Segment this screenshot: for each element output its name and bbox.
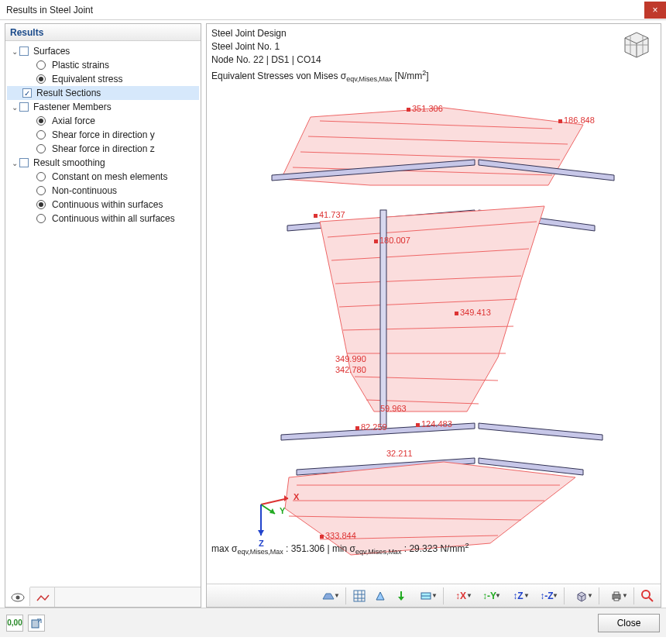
label: Constant on mesh elements <box>50 171 167 182</box>
iso-view-button[interactable]: ▼ <box>568 587 596 605</box>
label: Plastic strains <box>50 60 109 71</box>
svg-marker-41 <box>323 594 334 599</box>
svg-point-57 <box>642 591 650 598</box>
loads-button[interactable] <box>391 587 411 605</box>
view-area[interactable]: Steel Joint Design Steel Joint No. 1 Nod… <box>207 24 661 584</box>
svg-rect-59 <box>32 620 39 628</box>
svg-marker-40 <box>258 530 264 536</box>
tree-result-sections[interactable]: Result Sections <box>7 86 199 100</box>
diagram-icon <box>36 593 50 602</box>
label: Result smoothing <box>32 157 105 168</box>
supports-button[interactable] <box>370 587 390 605</box>
label: Shear force in direction y <box>50 129 155 140</box>
export-icon <box>31 618 42 629</box>
viewer-panel: Steel Joint Design Steel Joint No. 1 Nod… <box>206 23 661 608</box>
tree-equivalent-stress[interactable]: Equivalent stress <box>7 72 199 86</box>
radio[interactable] <box>36 200 46 209</box>
cube-icon <box>575 590 588 602</box>
tree-fastener-members[interactable]: ⌄ Fastener Members <box>7 100 199 114</box>
caret-icon[interactable]: ⌄ <box>10 103 19 112</box>
caret-icon[interactable]: ⌄ <box>10 47 19 56</box>
tab-diagram[interactable] <box>30 587 55 607</box>
radio[interactable] <box>36 74 46 84</box>
tree-shear-y[interactable]: Shear force in direction y <box>7 128 199 142</box>
value-label: 124.483 <box>416 419 452 429</box>
tree-constant-mesh[interactable]: Constant on mesh elements <box>7 170 199 184</box>
value-label: 82.259 <box>355 422 387 432</box>
results-display-button[interactable]: ▼ <box>412 587 440 605</box>
svg-line-35 <box>261 498 288 505</box>
radio[interactable] <box>36 214 46 223</box>
sidebar-header: Results <box>5 24 201 41</box>
tab-visibility[interactable] <box>5 587 30 606</box>
tree-result-smoothing[interactable]: ⌄ Result smoothing <box>7 156 199 170</box>
label: Fastener Members <box>32 102 112 112</box>
svg-line-58 <box>649 598 653 601</box>
grid-button[interactable] <box>349 587 369 605</box>
sidebar-tabs <box>5 587 201 607</box>
tree-non-continuous[interactable]: Non-continuous <box>7 184 199 198</box>
radio[interactable] <box>36 60 46 70</box>
support-icon <box>374 590 386 602</box>
svg-marker-36 <box>284 495 288 501</box>
axis-x-label: X <box>294 492 299 501</box>
svg-marker-47 <box>376 592 384 600</box>
view-neg-z-button[interactable]: ↕-Z▼ <box>533 587 561 605</box>
checkbox[interactable] <box>19 46 29 56</box>
close-icon[interactable]: × <box>644 2 666 19</box>
units-button[interactable]: 0,00 <box>6 615 23 632</box>
svg-marker-16 <box>320 206 544 412</box>
svg-rect-56 <box>614 598 619 601</box>
print-button[interactable]: ▼ <box>602 587 630 605</box>
label: Surfaces <box>32 46 70 57</box>
zoom-extents-button[interactable] <box>637 587 657 605</box>
view-z-button[interactable]: ↕Z▼ <box>504 587 532 605</box>
radio[interactable] <box>36 172 46 181</box>
caret-icon[interactable]: ⌄ <box>10 159 19 167</box>
window-title: Results in Steel Joint <box>6 5 644 15</box>
label: Non-continuous <box>50 185 117 196</box>
checkbox[interactable] <box>19 158 29 167</box>
checkbox[interactable] <box>19 102 29 112</box>
label: Equivalent stress <box>50 74 122 84</box>
tree-continuous-all[interactable]: Continuous within all surfaces <box>7 212 199 226</box>
svg-point-1 <box>15 595 19 599</box>
value-label: 342.780 <box>335 365 366 374</box>
load-icon <box>395 590 407 602</box>
eye-icon <box>11 593 25 602</box>
tree-axial-force[interactable]: Axial force <box>7 114 199 128</box>
svg-marker-27 <box>479 423 602 440</box>
view-neg-y-button[interactable]: ↕-Y▼ <box>475 587 503 605</box>
results-icon <box>420 591 432 601</box>
printer-icon <box>610 590 623 602</box>
checkbox[interactable] <box>22 88 32 98</box>
tree-shear-z[interactable]: Shear force in direction z <box>7 142 199 156</box>
radio[interactable] <box>36 116 46 126</box>
close-button[interactable]: Close <box>598 614 660 632</box>
svg-rect-42 <box>354 591 365 601</box>
tree-continuous-within[interactable]: Continuous within surfaces <box>7 198 199 212</box>
label: Shear force in direction z <box>50 143 155 154</box>
radio[interactable] <box>36 186 46 195</box>
value-label: 349.990 <box>335 354 366 363</box>
value-label: 333.844 <box>320 531 356 540</box>
value-label: 186.848 <box>558 115 595 125</box>
value-label: 180.007 <box>374 236 410 245</box>
label: Result Sections <box>35 88 101 98</box>
radio[interactable] <box>36 144 46 153</box>
sidebar: Results ⌄ Surfaces Plastic strains Equiv… <box>5 23 201 608</box>
export-button[interactable] <box>28 615 45 632</box>
result-summary: max σeqv,Mises,Max : 351.306 | min σeqv,… <box>211 542 469 556</box>
value-label: 59.963 <box>380 404 407 413</box>
axis-triad-icon <box>245 481 300 551</box>
view-mode-button[interactable]: ▼ <box>314 587 342 605</box>
label: Axial force <box>50 115 95 126</box>
label: Continuous within surfaces <box>50 199 163 210</box>
svg-rect-55 <box>614 592 619 594</box>
radio[interactable] <box>36 130 46 139</box>
value-label: 32.211 <box>386 449 413 458</box>
tree-surfaces[interactable]: ⌄ Surfaces <box>7 44 199 58</box>
tree-plastic-strains[interactable]: Plastic strains <box>7 58 199 72</box>
view-x-button[interactable]: ↕X▼ <box>447 587 475 605</box>
info-line-1: Steel Joint Design <box>211 27 429 40</box>
